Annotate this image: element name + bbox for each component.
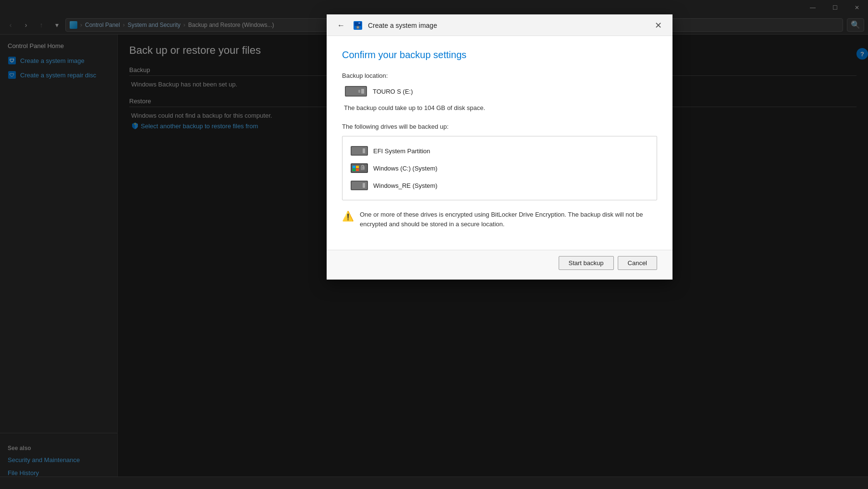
external-drive-icon — [344, 84, 368, 98]
disk-size-text: The backup could take up to 104 GB of di… — [342, 104, 657, 111]
svg-rect-22 — [356, 169, 359, 171]
warning-box: ⚠️ One or more of these drives is encryp… — [342, 210, 657, 229]
backup-location-item: TOURO S (E:) — [342, 84, 657, 98]
drives-label: The following drives will be backed up: — [342, 123, 657, 130]
svg-rect-21 — [353, 169, 355, 171]
svg-rect-28 — [363, 183, 365, 188]
start-backup-button[interactable]: Start backup — [559, 256, 614, 270]
create-system-image-dialog: ← Create a system image ✕ Confirm your b… — [327, 14, 672, 280]
dialog-body: Confirm your backup settings Backup loca… — [327, 36, 672, 250]
svg-rect-6 — [355, 22, 361, 26]
windows-drive-icon — [350, 162, 368, 174]
svg-rect-25 — [363, 166, 365, 169]
dialog-footer: Start backup Cancel — [327, 250, 672, 280]
efi-drive-icon — [350, 145, 368, 157]
drive-item-windows-c: Windows (C:) (System) — [350, 159, 649, 177]
dialog-back-button[interactable]: ← — [334, 20, 348, 31]
cancel-button[interactable]: Cancel — [618, 256, 657, 270]
dialog-title-icon — [353, 20, 363, 31]
drive-label: TOURO S (E:) — [373, 88, 413, 95]
svg-rect-19 — [353, 166, 355, 168]
drive-item-windows-re: Windows_RE (System) — [350, 177, 649, 194]
windows-re-drive-label: Windows_RE (System) — [373, 182, 438, 189]
svg-rect-13 — [358, 90, 360, 93]
svg-rect-16 — [363, 148, 365, 153]
efi-drive-label: EFI System Partition — [373, 147, 430, 155]
windows-re-drive-icon — [350, 180, 368, 191]
svg-point-8 — [357, 27, 358, 28]
drives-list-box: EFI System Partition — [342, 136, 657, 200]
backup-location-label: Backup location: — [342, 72, 657, 79]
svg-rect-9 — [358, 23, 360, 24]
svg-rect-20 — [356, 166, 359, 168]
dialog-close-button[interactable]: ✕ — [652, 20, 665, 31]
dialog-title-bar: ← Create a system image ✕ — [327, 14, 672, 36]
warning-text: One or more of these drives is encrypted… — [360, 210, 657, 229]
svg-rect-12 — [361, 89, 364, 94]
drive-item-efi: EFI System Partition — [350, 142, 649, 159]
windows-c-drive-label: Windows (C:) (System) — [373, 165, 438, 172]
dialog-heading: Confirm your backup settings — [342, 49, 657, 61]
warning-icon: ⚠️ — [342, 210, 354, 222]
dialog-title-text: Create a system image — [368, 22, 647, 29]
